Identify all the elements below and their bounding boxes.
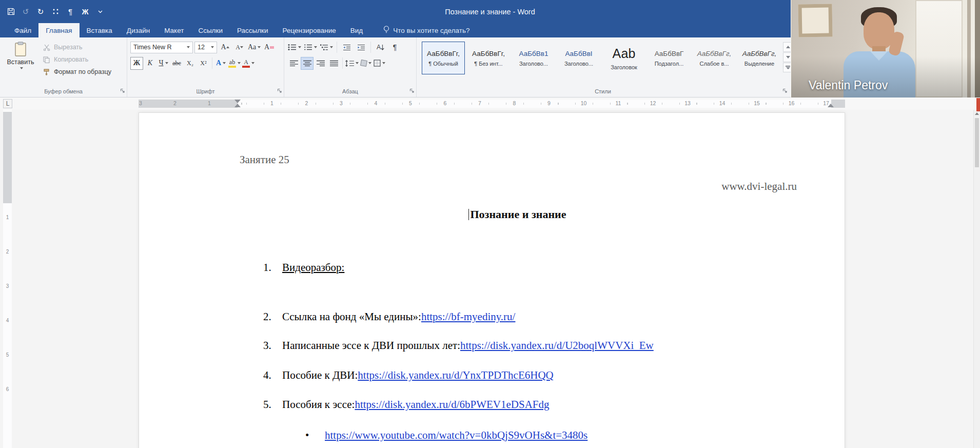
tab-design[interactable]: Дизайн [120, 23, 157, 37]
copy-button[interactable]: Копировать [40, 53, 113, 66]
justify-icon [330, 60, 338, 67]
multilevel-list-button[interactable] [319, 41, 334, 54]
right-indent-marker[interactable] [828, 104, 834, 107]
document-area: 123456 Занятие 25 www.dvi-legal.ru Позна… [0, 110, 980, 448]
format-painter-button[interactable]: Формат по образцу [40, 66, 113, 78]
font-dialog-launcher-icon[interactable] [277, 87, 282, 95]
bullets-button[interactable] [287, 41, 302, 54]
list-number: 1. [263, 261, 282, 274]
change-case-button[interactable]: Аа [247, 41, 261, 54]
shrink-font-button[interactable]: А [233, 41, 246, 54]
highlight-button[interactable]: ab [228, 57, 241, 70]
bold-icon[interactable]: Ж [79, 5, 92, 18]
tell-me-box[interactable]: Что вы хотите сделать? [383, 23, 469, 37]
separator [337, 42, 337, 53]
underline-button[interactable]: Ч [157, 57, 170, 70]
align-left-button[interactable] [287, 57, 300, 70]
italic-button[interactable]: К [144, 57, 156, 70]
borders-button[interactable] [373, 57, 386, 70]
font-size-combo[interactable]: 12 [194, 42, 217, 53]
show-marks-button[interactable]: ¶ [388, 41, 401, 54]
justify-button[interactable] [327, 57, 340, 70]
style-heading2[interactable]: АаБбВвI Заголово... [557, 42, 600, 74]
font-name-combo[interactable]: Times New R [130, 42, 193, 53]
style-title[interactable]: Ааb Заголовок [602, 42, 645, 74]
touch-mode-icon[interactable] [49, 5, 62, 18]
scissors-icon [42, 44, 51, 51]
outdent-icon [343, 44, 351, 51]
undo-icon[interactable]: ↺ [19, 5, 32, 18]
vertical-scrollbar[interactable] [973, 110, 980, 448]
cut-button[interactable]: Вырезать [40, 41, 113, 53]
sort-button[interactable]: А [374, 41, 387, 54]
bold-button[interactable]: Ж [130, 57, 143, 70]
style-label: Заголово... [564, 61, 593, 67]
tab-stop-selector[interactable]: L [3, 99, 12, 108]
strikethrough-button[interactable]: abc [170, 57, 183, 70]
font-color-button[interactable]: А [242, 57, 255, 70]
pilcrow-icon[interactable]: ¶ [64, 5, 77, 18]
style-heading1[interactable]: АаБбВв1 Заголово... [512, 42, 555, 74]
first-line-indent-marker[interactable] [234, 100, 241, 103]
tab-file[interactable]: Файл [7, 23, 38, 37]
tab-review[interactable]: Рецензирование [276, 23, 343, 37]
separator [342, 57, 343, 69]
save-icon[interactable] [4, 5, 17, 18]
style-preview: Ааb [613, 46, 636, 61]
superscript-button[interactable]: Х² [197, 57, 210, 70]
numbering-icon [304, 44, 312, 51]
line-spacing-button[interactable] [345, 57, 359, 70]
redo-icon[interactable]: ↻ [34, 5, 47, 18]
tab-view[interactable]: Вид [343, 23, 370, 37]
bullet-item: • https://www.youtube.com/watch?v=0kbQjS… [305, 429, 587, 442]
style-normal[interactable]: АаБбВвГг, ¶ Обычный [422, 42, 465, 74]
increase-indent-button[interactable] [355, 41, 367, 54]
hyperlink[interactable]: https://disk.yandex.ru/d/YnxTPDThcE6HQQ [358, 369, 553, 382]
format-painter-label: Формат по образцу [54, 68, 111, 75]
tab-home[interactable]: Главная [38, 23, 79, 37]
tab-mailings[interactable]: Рассылки [230, 23, 276, 37]
hyperlink[interactable]: https://disk.yandex.ru/d/6bPWEV1eDSAFdg [355, 398, 549, 411]
clipboard-dialog-launcher-icon[interactable] [120, 87, 125, 95]
doc-title-text: Познание и знание [470, 208, 566, 221]
ruler-number: 6 [444, 100, 447, 106]
text-effects-button[interactable]: А [214, 57, 227, 70]
shading-icon [360, 60, 367, 67]
paste-button[interactable]: Вставить [3, 40, 38, 87]
align-right-button[interactable] [314, 57, 327, 70]
tab-references[interactable]: Ссылки [191, 23, 230, 37]
decrease-indent-button[interactable] [340, 41, 353, 54]
indent-icon [357, 44, 365, 51]
hyperlink[interactable]: https://bf-myediny.ru/ [421, 310, 516, 323]
scrollbar-thumb[interactable] [975, 118, 979, 167]
copy-label: Копировать [54, 56, 88, 63]
tab-insert[interactable]: Вставка [80, 23, 120, 37]
ruler-number: 5 [3, 352, 12, 358]
qat-customize-icon[interactable] [93, 5, 107, 18]
subscript-button[interactable]: Х₂ [184, 57, 197, 70]
hyperlink[interactable]: https://www.youtube.com/watch?v=0kbQjS9v… [325, 429, 587, 442]
paragraph-dialog-launcher-icon[interactable] [409, 87, 415, 95]
style-subtitle[interactable]: АаБбВвГ Подзагол... [648, 42, 691, 74]
style-no-spacing[interactable]: АаБбВвГг, ¶ Без инт... [467, 42, 510, 74]
align-center-button[interactable] [301, 57, 313, 70]
down-arrow-icon [240, 46, 243, 49]
text-effects-label: А [216, 59, 221, 67]
hyperlink[interactable]: https://disk.yandex.ru/d/U2boqlWVVXi_Ew [460, 339, 654, 352]
separator [370, 42, 371, 53]
style-subtle-emphasis[interactable]: АаБбВвГг, Слабое в... [693, 42, 736, 74]
borders-icon [374, 60, 381, 67]
clear-formatting-button[interactable]: А [263, 41, 276, 54]
shading-button[interactable] [360, 57, 373, 70]
highlight-dropdown-icon [238, 62, 241, 64]
style-emphasis[interactable]: АаБбВвГг, Выделение [738, 42, 781, 74]
numbering-button[interactable] [303, 41, 318, 54]
hanging-indent-marker[interactable] [234, 104, 241, 107]
grow-font-button[interactable]: А [219, 41, 231, 54]
paste-label: Вставить [7, 59, 34, 66]
styles-dialog-launcher-icon[interactable] [782, 87, 788, 95]
tab-layout[interactable]: Макет [157, 23, 191, 37]
vertical-ruler-margin [3, 112, 12, 203]
document-page[interactable]: Занятие 25 www.dvi-legal.ru Познание и з… [139, 112, 845, 448]
list-number: 2. [263, 310, 282, 323]
